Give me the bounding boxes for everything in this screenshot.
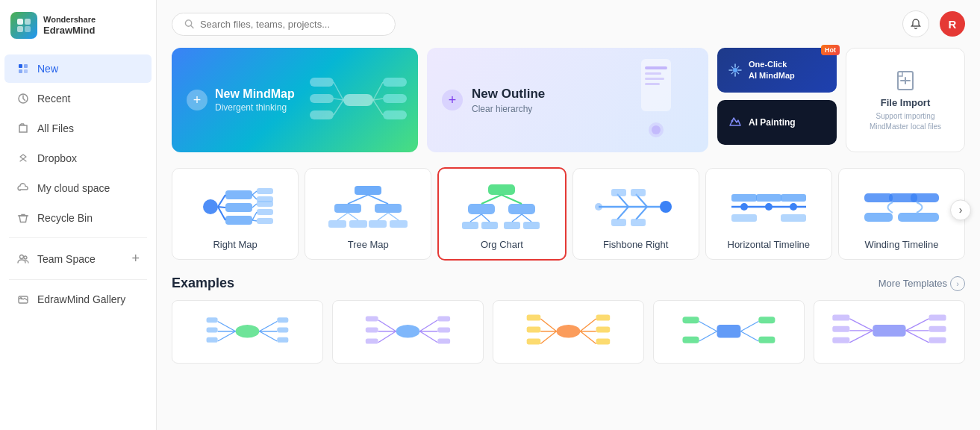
example-card-2[interactable] bbox=[332, 300, 484, 364]
h-timeline-icon bbox=[728, 181, 810, 233]
svg-rect-5 bbox=[24, 64, 28, 68]
svg-point-92 bbox=[740, 203, 748, 211]
ai-mindmap-card[interactable]: Hot One-ClickAI MindMap bbox=[717, 48, 837, 93]
sidebar-label-allfiles: All Files bbox=[37, 122, 74, 134]
search-input[interactable] bbox=[200, 19, 383, 30]
svg-rect-138 bbox=[527, 315, 541, 321]
new-mindmap-card[interactable]: + New MindMap Divergent thinking bbox=[172, 48, 418, 152]
more-templates-arrow: › bbox=[950, 276, 965, 291]
sidebar-item-teamspace[interactable]: Team Space + bbox=[4, 243, 152, 274]
svg-rect-6 bbox=[19, 69, 22, 73]
example-thumb-3 bbox=[501, 307, 636, 356]
svg-rect-144 bbox=[717, 325, 741, 338]
svg-rect-4 bbox=[19, 64, 22, 68]
mindmap-subtitle: Divergent thinking bbox=[215, 102, 295, 113]
svg-rect-141 bbox=[596, 315, 611, 321]
sidebar-item-dropbox[interactable]: Dropbox bbox=[4, 144, 152, 172]
svg-line-121 bbox=[378, 331, 396, 343]
ai-mindmap-icon bbox=[728, 63, 743, 78]
logo-area[interactable]: Wondershare EdrawMind bbox=[0, 0, 156, 51]
svg-rect-161 bbox=[832, 326, 849, 332]
example-thumb-2 bbox=[340, 307, 475, 356]
winding-timeline-label: Winding Timeline bbox=[864, 239, 938, 250]
app-logo bbox=[10, 12, 37, 39]
svg-rect-88 bbox=[631, 219, 646, 226]
example-card-1[interactable] bbox=[172, 300, 323, 364]
template-tree-map[interactable]: Tree Map bbox=[305, 168, 431, 260]
template-winding-timeline[interactable]: Winding Timeline bbox=[838, 168, 965, 260]
svg-rect-71 bbox=[481, 222, 498, 229]
svg-rect-60 bbox=[390, 220, 408, 228]
svg-point-10 bbox=[24, 256, 27, 259]
svg-rect-30 bbox=[645, 78, 664, 80]
more-templates-button[interactable]: More Templates › bbox=[878, 276, 965, 291]
svg-rect-115 bbox=[277, 317, 288, 322]
svg-rect-57 bbox=[328, 220, 346, 228]
sidebar-item-gallery[interactable]: EdrawMind Gallery bbox=[4, 285, 152, 314]
svg-rect-103 bbox=[898, 213, 939, 222]
file-import-card[interactable]: File Import Support importing MindMaster… bbox=[846, 48, 965, 152]
svg-rect-44 bbox=[257, 188, 273, 194]
svg-rect-39 bbox=[225, 203, 252, 212]
scroll-right-button[interactable]: › bbox=[950, 199, 971, 220]
sidebar-item-cloud[interactable]: My cloud space bbox=[4, 174, 152, 202]
search-bar[interactable] bbox=[172, 13, 396, 36]
divider bbox=[9, 237, 147, 238]
svg-rect-152 bbox=[758, 337, 775, 343]
template-right-map[interactable]: Right Map bbox=[172, 168, 299, 260]
svg-rect-98 bbox=[731, 214, 757, 222]
example-card-4[interactable] bbox=[653, 300, 805, 364]
svg-rect-58 bbox=[349, 220, 367, 228]
new-outline-card[interactable]: + New Outline Clear hierarchy bbox=[427, 48, 708, 152]
sidebar-item-new[interactable]: New bbox=[4, 54, 152, 83]
teamspace-add-button[interactable]: + bbox=[131, 251, 140, 267]
svg-point-34 bbox=[733, 68, 737, 72]
svg-rect-160 bbox=[832, 315, 849, 321]
svg-rect-126 bbox=[366, 328, 378, 333]
svg-rect-153 bbox=[873, 325, 905, 337]
svg-point-93 bbox=[765, 203, 773, 211]
template-org-chart[interactable]: Org Chart bbox=[437, 167, 566, 261]
org-chart-label: Org Chart bbox=[481, 239, 523, 250]
svg-rect-100 bbox=[864, 193, 893, 202]
sidebar-item-allfiles[interactable]: All Files bbox=[4, 114, 152, 143]
svg-rect-143 bbox=[596, 339, 611, 345]
svg-line-77 bbox=[481, 214, 490, 222]
template-fishbone[interactable]: Fishbone Right bbox=[572, 168, 699, 260]
svg-rect-163 bbox=[929, 315, 946, 321]
sidebar-item-recent[interactable]: Recent bbox=[4, 84, 152, 113]
ai-painting-card[interactable]: AI Painting bbox=[717, 100, 837, 145]
svg-line-49 bbox=[252, 191, 257, 195]
svg-line-145 bbox=[699, 322, 717, 331]
svg-rect-165 bbox=[929, 337, 946, 343]
examples-section-header: Examples More Templates › bbox=[172, 275, 965, 291]
svg-rect-46 bbox=[257, 201, 273, 207]
svg-point-131 bbox=[557, 325, 581, 338]
svg-rect-128 bbox=[437, 317, 450, 322]
svg-line-75 bbox=[502, 195, 522, 204]
svg-rect-70 bbox=[462, 222, 478, 229]
svg-rect-125 bbox=[366, 317, 378, 322]
svg-rect-18 bbox=[383, 78, 407, 87]
svg-rect-54 bbox=[355, 186, 381, 195]
svg-rect-14 bbox=[343, 94, 373, 106]
svg-rect-47 bbox=[257, 209, 273, 215]
file-import-subtitle: Support importing MindMaster local files bbox=[857, 111, 954, 132]
svg-rect-59 bbox=[369, 220, 387, 228]
example-thumb-5 bbox=[822, 307, 957, 356]
svg-line-64 bbox=[348, 213, 358, 220]
svg-rect-164 bbox=[929, 326, 946, 332]
svg-point-81 bbox=[660, 201, 672, 213]
example-card-3[interactable] bbox=[493, 300, 644, 364]
outline-illustration bbox=[626, 55, 686, 145]
svg-line-106 bbox=[218, 322, 236, 331]
svg-rect-55 bbox=[334, 204, 361, 213]
user-avatar[interactable]: R bbox=[940, 11, 965, 37]
svg-line-147 bbox=[740, 322, 758, 331]
mindmap-plus-icon: + bbox=[187, 90, 207, 110]
template-h-timeline[interactable]: Horizontal Timeline bbox=[705, 168, 832, 260]
sidebar-item-recycle[interactable]: Recycle Bin bbox=[4, 204, 152, 232]
notification-button[interactable] bbox=[902, 10, 929, 37]
example-card-5[interactable] bbox=[814, 300, 965, 364]
svg-line-21 bbox=[334, 82, 343, 100]
